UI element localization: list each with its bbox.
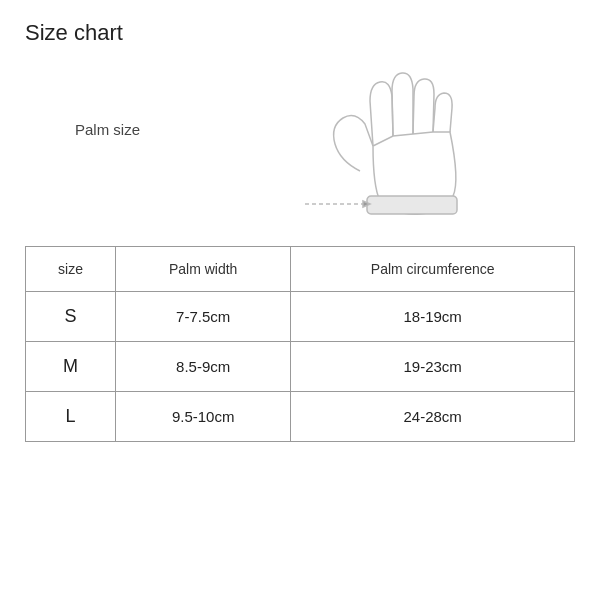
size-table: size Palm width Palm circumference S7-7.… <box>25 246 575 442</box>
col-header-width: Palm width <box>115 247 290 292</box>
width-cell: 9.5-10cm <box>115 392 290 442</box>
width-cell: 7-7.5cm <box>115 292 290 342</box>
palm-size-label: Palm size <box>75 121 140 138</box>
page-title: Size chart <box>25 20 575 46</box>
size-cell: L <box>26 392 116 442</box>
svg-rect-0 <box>367 196 457 214</box>
circumference-cell: 19-23cm <box>291 342 575 392</box>
glove-illustration <box>305 56 535 226</box>
table-row: M8.5-9cm19-23cm <box>26 342 575 392</box>
width-cell: 8.5-9cm <box>115 342 290 392</box>
table-row: L9.5-10cm24-28cm <box>26 392 575 442</box>
table-row: S7-7.5cm18-19cm <box>26 292 575 342</box>
size-cell: S <box>26 292 116 342</box>
size-cell: M <box>26 342 116 392</box>
circumference-cell: 24-28cm <box>291 392 575 442</box>
col-header-circumference: Palm circumference <box>291 247 575 292</box>
illustration-area: Palm size <box>25 56 575 226</box>
circumference-cell: 18-19cm <box>291 292 575 342</box>
col-header-size: size <box>26 247 116 292</box>
